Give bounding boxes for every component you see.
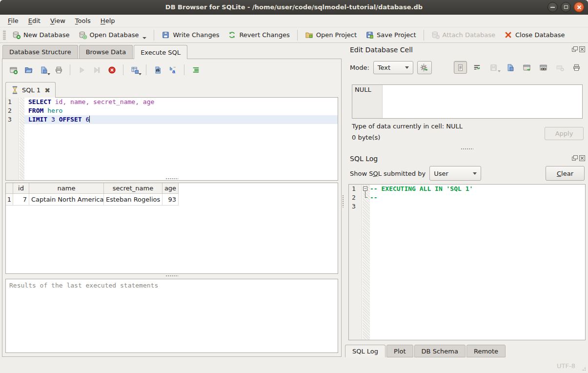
tab-execute-sql[interactable]: Execute SQL (134, 45, 187, 59)
close-icon[interactable] (574, 2, 584, 12)
dock-tab-sql-log[interactable]: SQL Log (345, 345, 385, 357)
log-filter-label: Show SQL submitted by (350, 170, 426, 177)
window-controls (547, 2, 584, 12)
revert-changes-icon (228, 31, 236, 39)
grid-corner-header[interactable] (6, 183, 13, 194)
print-button[interactable] (52, 63, 65, 76)
dock-tab-plot[interactable]: Plot (386, 345, 413, 357)
vertical-splitter-handle[interactable] (342, 43, 345, 359)
close-sql-tab-icon[interactable]: ✖ (44, 86, 50, 94)
results-message-area[interactable]: Results of the last executed statements (5, 279, 338, 353)
copy-link-button[interactable] (537, 61, 550, 74)
mode-row: Mode: Text (350, 61, 432, 74)
open-database-button[interactable]: Open Database (74, 28, 151, 42)
format-sql-button[interactable] (189, 63, 203, 76)
token (55, 116, 59, 123)
write-changes-button[interactable]: Write Changes (157, 28, 223, 42)
status-bar: UTF-8 (0, 359, 588, 373)
sql-editor[interactable]: 1SELECT id, name, secret_name, age2FROM … (5, 97, 338, 181)
mode-value: Text (378, 64, 390, 71)
open-project-button[interactable]: Open Project (301, 28, 361, 42)
open-in-external-button[interactable] (520, 61, 533, 74)
tab-browse-data[interactable]: Browse Data (79, 45, 133, 59)
close-database-button[interactable]: Close Database (500, 28, 569, 42)
dock-tab-remote[interactable]: Remote (466, 345, 506, 357)
stop-button[interactable] (105, 63, 119, 76)
log-filter-select[interactable]: User (429, 166, 481, 181)
autocomplete-button[interactable]: ba (166, 63, 180, 76)
new-database-button[interactable]: New Database (8, 28, 74, 42)
svg-text:a: a (172, 68, 175, 74)
clear-log-button[interactable]: Clear (546, 166, 585, 181)
maximize-icon[interactable] (561, 2, 571, 12)
column-header-age[interactable]: age (162, 183, 179, 194)
close-dock-icon[interactable] (579, 46, 585, 52)
close-dock-icon[interactable] (579, 155, 585, 161)
menu-file[interactable]: File (3, 16, 23, 26)
dropdown-arrow-icon (139, 73, 142, 75)
sql-editor-toolbar: ba (6, 63, 203, 77)
column-header-secret-name[interactable]: secret_name (104, 183, 162, 194)
float-dock-icon[interactable] (572, 46, 578, 52)
toolbar-separator (146, 64, 146, 75)
dropdown-arrow-icon (498, 70, 501, 72)
text-mode-button[interactable] (454, 61, 467, 74)
float-dock-icon[interactable] (572, 155, 578, 161)
log-lines: 1−-- EXECUTING ALL IN 'SQL 1'2--3 (349, 185, 585, 211)
find-button[interactable] (151, 63, 164, 76)
print-cell-button[interactable] (570, 61, 583, 74)
execute-current-line-icon (93, 66, 101, 74)
mode-select[interactable]: Text (373, 61, 413, 74)
cell-age[interactable]: 93 (162, 194, 179, 206)
menu-tools[interactable]: Tools (70, 16, 96, 26)
word-wrap-icon (473, 63, 481, 72)
column-header-name[interactable]: name (29, 183, 104, 194)
row-header[interactable]: 1 (6, 194, 13, 206)
splitter-handle[interactable] (5, 177, 338, 181)
dock-tab-db-schema[interactable]: DB Schema (414, 345, 466, 357)
line-number: 1 (6, 98, 19, 106)
menu-view[interactable]: View (45, 16, 70, 26)
splitter-handle[interactable] (5, 274, 338, 278)
word-wrap-button[interactable] (470, 61, 484, 74)
sql-log-editor[interactable]: 1−-- EXECUTING ALL IN 'SQL 1'2--3 (348, 184, 586, 340)
log-line: 3 (349, 202, 585, 211)
new-sql-tab-button[interactable] (6, 63, 20, 76)
cell-id[interactable]: 7 (13, 194, 29, 206)
window-title: DB Browser for SQLite - /home/user/code/… (165, 3, 423, 11)
execute-all-button (75, 63, 88, 76)
main-toolbar-buttons: New DatabaseOpen DatabaseWrite ChangesRe… (8, 28, 569, 42)
toolbar-separator (424, 30, 424, 41)
export-data-button[interactable] (504, 61, 517, 74)
save-sql-file-icon (40, 66, 48, 74)
toolbar-button-label: Write Changes (173, 31, 219, 39)
token: FROM (28, 107, 43, 114)
edit-cell-dock-buttons (572, 46, 585, 52)
revert-changes-button[interactable]: Revert Changes (223, 28, 294, 42)
menu-edit[interactable]: Edit (23, 16, 45, 26)
line-number: 3 (349, 202, 362, 211)
sql-editor-line: 2FROM hero (6, 106, 338, 115)
save-sql-file-button[interactable] (37, 63, 50, 76)
toolbar-grip[interactable] (3, 30, 6, 41)
apply-settings-button[interactable] (417, 61, 432, 74)
log-text (370, 202, 585, 211)
menu-help[interactable]: Help (96, 16, 120, 26)
splitter-handle[interactable] (348, 147, 586, 151)
open-sql-file-button[interactable] (21, 63, 35, 76)
save-project-button[interactable]: Save Project (361, 28, 421, 42)
fold-collapse-icon[interactable]: − (363, 186, 367, 191)
minimize-icon[interactable] (547, 2, 558, 12)
results-grid[interactable]: idnamesecret_nameage17Captain North Amer… (5, 183, 338, 274)
sql-document-tab[interactable]: SQL 1 ✖ (5, 82, 56, 98)
column-header-id[interactable]: id (13, 183, 29, 194)
tab-database-structure[interactable]: Database Structure (2, 45, 78, 59)
save-results-button[interactable] (128, 63, 142, 76)
cell-editor[interactable]: NULL (352, 84, 583, 119)
sql-editor-line: 3LIMIT 3 OFFSET 6 (6, 115, 338, 124)
dropdown-arrow-icon (142, 37, 146, 39)
cell-secret-name[interactable]: Esteban Rogelios (104, 194, 162, 206)
cell-name[interactable]: Captain North America (29, 194, 104, 206)
chevron-down-icon (405, 66, 409, 69)
size-grip[interactable] (580, 365, 587, 372)
